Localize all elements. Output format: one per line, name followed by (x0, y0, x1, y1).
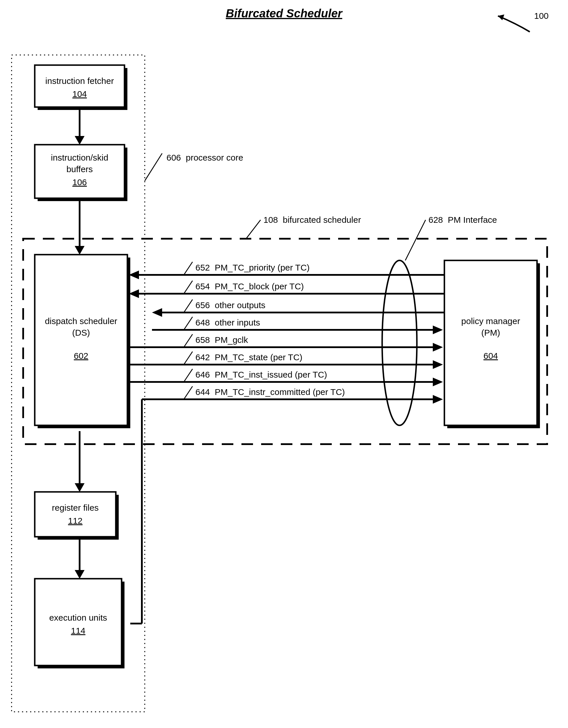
svg-text:628  PM Interface: 628 PM Interface (429, 215, 497, 225)
svg-text:602: 602 (74, 351, 88, 361)
svg-line-70 (184, 369, 192, 382)
svg-marker-14 (75, 246, 84, 255)
svg-marker-7 (75, 136, 84, 145)
signal-648: 648 other inputs (152, 317, 443, 334)
instruction-buffers-block: instruction/skid buffers 106 (35, 145, 127, 201)
svg-text:execution units: execution units (49, 613, 107, 622)
register-files-block: register files 112 (35, 492, 119, 540)
signal-656: 656 other outputs (152, 299, 444, 317)
svg-line-54 (184, 299, 192, 312)
instruction-fetcher-block: instruction fetcher 104 (35, 65, 127, 110)
figure-ref: 100 (498, 11, 549, 32)
svg-text:658  PM_gclk: 658 PM_gclk (195, 335, 248, 345)
dispatch-scheduler-block: dispatch scheduler (DS) 602 (35, 255, 130, 428)
svg-marker-32 (75, 570, 84, 579)
svg-line-50 (184, 281, 192, 294)
svg-text:112: 112 (68, 516, 82, 525)
svg-text:644  PM_TC_instr_committed (pe: 644 PM_TC_instr_committed (per TC) (195, 387, 345, 397)
svg-text:656  other outputs: 656 other outputs (195, 300, 265, 310)
svg-line-46 (184, 262, 192, 275)
arrow-buffers-to-ds (75, 201, 84, 255)
svg-text:654  PM_TC_block (per TC): 654 PM_TC_block (per TC) (195, 282, 304, 291)
svg-line-37 (145, 153, 162, 181)
svg-text:policy manager: policy manager (461, 316, 520, 326)
execution-units-block: execution units 114 (35, 579, 124, 668)
svg-text:108  bifurcated scheduler: 108 bifurcated scheduler (263, 215, 361, 225)
svg-text:646  PM_TC_inst_issued (per TC: 646 PM_TC_inst_issued (per TC) (195, 370, 327, 379)
diagram-title: Bifurcated Scheduler (226, 7, 343, 20)
svg-marker-61 (433, 343, 443, 352)
svg-text:104: 104 (72, 89, 87, 99)
svg-line-39 (246, 220, 260, 239)
signal-644: 644 PM_TC_instr_committed (per TC) (130, 386, 443, 624)
svg-marker-65 (433, 360, 443, 369)
svg-text:(DS): (DS) (72, 328, 90, 337)
svg-line-66 (184, 352, 192, 365)
signal-646: 646 PM_TC_inst_issued (per TC) (129, 369, 443, 386)
svg-marker-53 (152, 308, 162, 317)
signal-654: 654 PM_TC_block (per TC) (129, 281, 444, 298)
svg-rect-28 (35, 492, 116, 537)
signal-658: 658 PM_gclk (129, 334, 443, 352)
signal-642: 642 PM_TC_state (per TC) (129, 352, 443, 369)
signal-652: 652 PM_TC_priority (per TC) (129, 262, 444, 279)
svg-marker-0 (498, 14, 504, 20)
arrow-fetcher-to-buffers (75, 110, 84, 145)
svg-text:652  PM_TC_priority (per TC): 652 PM_TC_priority (per TC) (195, 263, 310, 272)
svg-text:instruction/skid: instruction/skid (51, 153, 108, 162)
svg-text:114: 114 (71, 626, 85, 635)
svg-text:604: 604 (484, 351, 498, 361)
svg-text:register files: register files (52, 503, 99, 512)
svg-line-62 (184, 334, 192, 347)
svg-line-58 (184, 317, 192, 330)
arrow-ds-to-regs (75, 431, 84, 492)
svg-text:buffers: buffers (66, 164, 93, 174)
bifurcated-scheduler-callout: 108 bifurcated scheduler (246, 215, 361, 239)
svg-text:642  PM_TC_state (per TC): 642 PM_TC_state (per TC) (195, 352, 303, 362)
svg-marker-21 (75, 483, 84, 492)
svg-rect-23 (444, 260, 537, 425)
svg-text:100: 100 (534, 11, 549, 21)
svg-text:106: 106 (72, 177, 87, 187)
svg-text:dispatch scheduler: dispatch scheduler (45, 316, 117, 326)
svg-line-42 (405, 220, 426, 260)
svg-marker-57 (433, 326, 443, 334)
svg-marker-75 (433, 395, 443, 404)
svg-text:606  processor core: 606 processor core (166, 153, 243, 162)
svg-rect-3 (35, 65, 124, 107)
arrow-regs-to-exec (75, 540, 84, 579)
svg-rect-16 (35, 255, 127, 425)
svg-marker-49 (129, 289, 139, 298)
diagram-canvas: Bifurcated Scheduler 100 instruction fet… (0, 0, 568, 728)
processor-core-callout: 606 processor core (145, 153, 243, 181)
svg-text:instruction fetcher: instruction fetcher (45, 76, 114, 86)
svg-point-41 (382, 260, 417, 425)
policy-manager-block: policy manager (PM) 604 (444, 260, 540, 428)
svg-line-76 (184, 386, 192, 399)
svg-text:648  other inputs: 648 other inputs (195, 318, 260, 327)
svg-marker-45 (129, 271, 139, 279)
svg-text:(PM): (PM) (481, 328, 500, 337)
svg-marker-69 (433, 378, 443, 386)
